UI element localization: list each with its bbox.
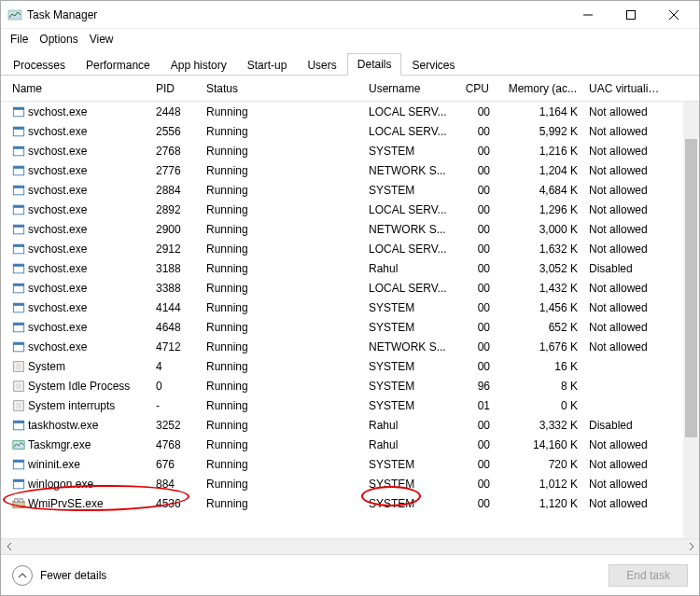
cell-name: winlogon.exe xyxy=(28,478,93,491)
col-cpu[interactable]: CPU xyxy=(458,82,496,95)
cell-status: Running xyxy=(201,223,363,236)
cell-name: wininit.exe xyxy=(28,458,80,471)
horizontal-scrollbar[interactable] xyxy=(1,538,699,554)
tab-users[interactable]: Users xyxy=(297,54,346,76)
table-row[interactable]: svchost.exe2900RunningNETWORK S...003,00… xyxy=(1,219,699,239)
cell-uac: Not allowed xyxy=(583,458,671,471)
table-row[interactable]: svchost.exe2768RunningSYSTEM001,216 KNot… xyxy=(1,141,699,160)
vertical-scrollbar[interactable] xyxy=(683,102,699,538)
menu-options[interactable]: Options xyxy=(34,31,83,48)
table-row[interactable]: System interrupts-RunningSYSTEM010 K xyxy=(1,395,699,415)
table-row[interactable]: Taskmgr.exe4768RunningRahul0014,160 KNot… xyxy=(1,435,699,454)
process-icon xyxy=(12,145,25,158)
cell-cpu: 00 xyxy=(458,340,496,353)
cell-user: SYSTEM xyxy=(363,145,458,158)
cell-status: Running xyxy=(201,282,363,295)
table-row[interactable]: winlogon.exe884RunningSYSTEM001,012 KNot… xyxy=(1,474,699,493)
cell-cpu: 00 xyxy=(458,105,496,118)
table-row[interactable]: wininit.exe676RunningSYSTEM00720 KNot al… xyxy=(1,454,699,474)
cell-uac: Not allowed xyxy=(583,125,671,138)
cell-uac: Not allowed xyxy=(583,203,671,216)
scrollbar-thumb[interactable] xyxy=(685,139,697,437)
cell-uac: Not allowed xyxy=(583,105,671,118)
tab-details[interactable]: Details xyxy=(347,53,402,76)
table-row[interactable]: svchost.exe3388RunningLOCAL SERV...001,4… xyxy=(1,278,699,298)
cell-uac: Not allowed xyxy=(583,497,671,510)
tab-processes[interactable]: Processes xyxy=(3,54,76,76)
cell-status: Running xyxy=(201,340,363,353)
process-icon xyxy=(12,105,25,118)
table-row[interactable]: svchost.exe2884RunningSYSTEM004,684 KNot… xyxy=(1,180,699,200)
cell-name: svchost.exe xyxy=(28,301,87,314)
cell-pid: 884 xyxy=(150,478,201,491)
cell-user: NETWORK S... xyxy=(363,164,458,177)
svg-rect-46 xyxy=(20,498,23,502)
close-button[interactable] xyxy=(652,1,695,29)
cell-user: Rahul xyxy=(363,419,458,432)
menu-view[interactable]: View xyxy=(84,31,119,48)
cell-name: taskhostw.exe xyxy=(28,419,98,432)
scroll-right-icon[interactable] xyxy=(683,539,699,555)
fewer-details-button[interactable]: Fewer details xyxy=(12,565,106,586)
table-row[interactable]: svchost.exe4144RunningSYSTEM001,456 KNot… xyxy=(1,298,699,317)
process-icon xyxy=(12,438,25,451)
cell-uac: Not allowed xyxy=(583,321,671,334)
table-row[interactable]: WmiPrvSE.exe4536RunningSYSTEM001,120 KNo… xyxy=(1,493,699,513)
table-row[interactable]: System Idle Process0RunningSYSTEM968 K xyxy=(1,376,699,395)
process-icon xyxy=(12,125,25,138)
col-username[interactable]: Username xyxy=(363,82,458,95)
cell-memory: 720 K xyxy=(496,458,583,471)
app-icon xyxy=(7,7,23,23)
table-row[interactable]: svchost.exe2776RunningNETWORK S...001,20… xyxy=(1,160,699,180)
table-row[interactable]: svchost.exe3188RunningRahul003,052 KDisa… xyxy=(1,258,699,278)
cell-memory: 1,204 K xyxy=(496,164,583,177)
col-pid[interactable]: PID xyxy=(150,82,201,95)
table-row[interactable]: taskhostw.exe3252RunningRahul003,332 KDi… xyxy=(1,415,699,435)
table-row[interactable]: svchost.exe4712RunningNETWORK S...001,67… xyxy=(1,337,699,356)
cell-name: System xyxy=(28,360,65,373)
cell-uac: Not allowed xyxy=(583,243,671,256)
tab-performance[interactable]: Performance xyxy=(76,54,161,76)
cell-uac: Not allowed xyxy=(583,145,671,158)
table-row[interactable]: svchost.exe4648RunningSYSTEM00652 KNot a… xyxy=(1,317,699,337)
cell-user: SYSTEM xyxy=(363,478,458,491)
cell-pid: 2900 xyxy=(150,223,201,236)
col-uac[interactable]: UAC virtualisati... xyxy=(583,82,671,95)
svg-rect-2 xyxy=(627,10,636,19)
process-icon xyxy=(12,203,25,216)
cell-pid: 4144 xyxy=(150,301,201,314)
col-status[interactable]: Status xyxy=(201,82,363,95)
table-row[interactable]: svchost.exe2912RunningLOCAL SERV...001,6… xyxy=(1,239,699,258)
table-row[interactable]: svchost.exe2448RunningLOCAL SERV...001,1… xyxy=(1,102,699,121)
tab-startup[interactable]: Start-up xyxy=(237,54,298,76)
process-table: Name PID Status Username CPU Memory (ac.… xyxy=(1,76,699,554)
minimize-button[interactable] xyxy=(567,1,609,29)
cell-memory: 1,120 K xyxy=(496,497,583,510)
end-task-button[interactable]: End task xyxy=(609,564,688,587)
cell-name: svchost.exe xyxy=(28,145,87,158)
cell-cpu: 96 xyxy=(458,380,496,393)
process-icon xyxy=(12,497,25,510)
cell-status: Running xyxy=(201,497,363,510)
table-row[interactable]: System4RunningSYSTEM0016 K xyxy=(1,356,699,376)
col-memory[interactable]: Memory (ac... xyxy=(496,82,583,95)
cell-name: svchost.exe xyxy=(28,321,87,334)
cell-memory: 1,012 K xyxy=(496,478,583,491)
svg-rect-41 xyxy=(13,460,23,463)
col-name[interactable]: Name xyxy=(7,82,150,95)
cell-memory: 1,456 K xyxy=(496,301,583,314)
table-row[interactable]: svchost.exe2556RunningLOCAL SERV...005,9… xyxy=(1,121,699,141)
maximize-button[interactable] xyxy=(609,1,652,29)
cell-memory: 1,164 K xyxy=(496,105,583,118)
window-title: Task Manager xyxy=(27,8,567,21)
svg-rect-10 xyxy=(13,146,23,149)
menu-file[interactable]: File xyxy=(5,31,34,48)
table-row[interactable]: svchost.exe2892RunningLOCAL SERV...001,2… xyxy=(1,200,699,219)
tab-app-history[interactable]: App history xyxy=(161,54,237,76)
tab-services[interactable]: Services xyxy=(401,54,465,76)
svg-rect-0 xyxy=(8,10,21,20)
scroll-left-icon[interactable] xyxy=(1,539,17,555)
cell-status: Running xyxy=(201,105,363,118)
cell-memory: 0 K xyxy=(496,399,583,412)
cell-pid: 2892 xyxy=(150,203,201,216)
